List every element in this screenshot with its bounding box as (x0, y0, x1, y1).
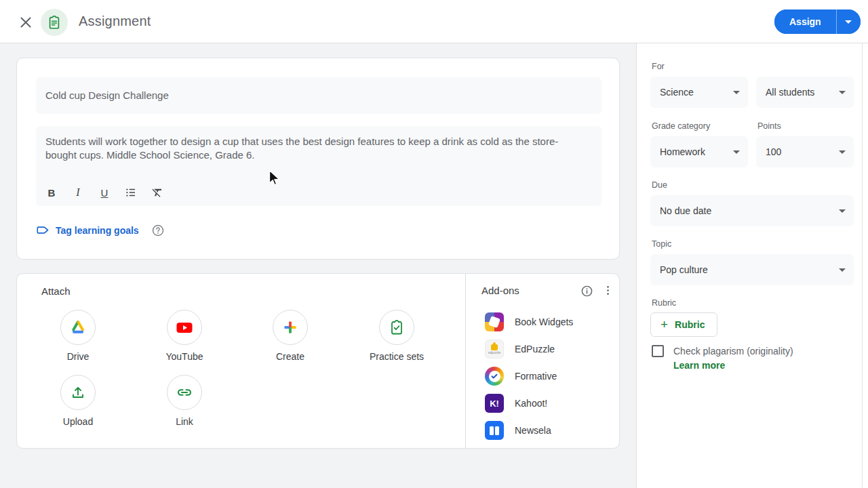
attach-heading: Attach (41, 285, 71, 297)
rubric-label: Rubric (652, 298, 676, 308)
help-icon (151, 224, 165, 237)
chevron-down-icon (733, 150, 740, 154)
grade-category-label: Grade category (652, 121, 710, 131)
sidebar-scrollbar[interactable] (862, 43, 863, 488)
assign-options-button[interactable] (836, 9, 861, 34)
due-select[interactable]: No due date (650, 195, 854, 226)
plagiarism-checkbox-label: Check plagarism (originality) (673, 346, 793, 357)
chevron-down-icon (839, 209, 846, 213)
addon-label: Kahoot! (515, 398, 547, 409)
help-button[interactable] (151, 224, 165, 237)
upload-icon (60, 375, 96, 410)
addon-label: Book Widgets (515, 317, 573, 327)
chevron-down-icon (839, 150, 846, 154)
points-label: Points (757, 121, 781, 131)
close-button[interactable] (18, 14, 34, 30)
underline-button[interactable]: U (98, 186, 111, 199)
attach-link-label: Link (144, 416, 225, 427)
attach-youtube-label: YouTube (144, 351, 225, 362)
addon-kahoot[interactable]: K! Kahoot! (485, 394, 547, 413)
topic-select[interactable]: Pop culture (650, 254, 854, 285)
attach-card: Attach Drive You (16, 273, 620, 449)
more-vert-icon (601, 284, 614, 297)
assignment-clipboard-icon (47, 15, 62, 30)
chevron-down-icon (839, 91, 846, 94)
addon-label: Newsela (515, 425, 551, 436)
assignment-type-badge (41, 9, 68, 36)
link-icon (167, 375, 202, 410)
bulleted-list-icon (125, 186, 137, 199)
grade-category-value: Homework (660, 146, 705, 157)
attach-link-button[interactable]: Link (144, 375, 225, 427)
attach-create-button[interactable]: Create (250, 310, 331, 362)
addons-more-button[interactable] (601, 284, 614, 298)
addons-info-button[interactable] (580, 285, 593, 298)
topic-label: Topic (652, 239, 671, 249)
assign-button[interactable]: Assign (774, 9, 836, 34)
plus-icon: + (660, 318, 668, 331)
edpuzzle-icon: edpuzzle (485, 340, 504, 359)
tag-learning-goals[interactable]: Tag learning goals (36, 223, 165, 237)
attach-upload-label: Upload (37, 416, 119, 427)
addon-formative[interactable]: Formative (485, 367, 557, 386)
instructions-input[interactable]: Students will work together to design a … (36, 126, 601, 206)
tag-icon (36, 223, 50, 237)
title-input[interactable]: Cold cup Design Challenge (36, 77, 601, 114)
due-label: Due (652, 180, 667, 190)
youtube-icon (167, 310, 202, 345)
points-value: 100 (766, 146, 781, 157)
addons-panel: Add-ons (465, 274, 620, 448)
tag-learning-goals-label: Tag learning goals (56, 225, 139, 236)
students-select[interactable]: All students (756, 77, 854, 108)
class-select[interactable]: Science (650, 77, 748, 108)
chevron-down-icon (839, 268, 846, 272)
book-widgets-icon (485, 312, 504, 331)
formative-icon (485, 367, 504, 386)
page-title: Assignment (79, 14, 151, 29)
plagiarism-checkbox[interactable] (652, 345, 664, 357)
instructions-text: Students will work together to design a … (45, 135, 561, 162)
addons-heading: Add-ons (481, 285, 519, 296)
attach-upload-button[interactable]: Upload (37, 375, 119, 427)
attach-drive-button[interactable]: Drive (37, 310, 119, 362)
bulleted-list-button[interactable] (125, 186, 137, 199)
clear-formatting-icon (151, 186, 163, 199)
attach-drive-label: Drive (37, 351, 119, 362)
add-rubric-button[interactable]: + Rubric (650, 312, 717, 337)
assignment-settings-sidebar: For Science All students Grade category … (636, 43, 868, 488)
kahoot-icon: K! (485, 394, 504, 413)
newsela-icon (485, 421, 504, 440)
italic-button[interactable]: I (72, 186, 84, 199)
addon-newsela[interactable]: Newsela (485, 421, 551, 440)
info-icon (580, 285, 593, 298)
main-content: Cold cup Design Challenge Students will … (0, 43, 636, 488)
assignment-editor: Assignment Assign Cold cup Design Challe… (0, 0, 868, 488)
top-bar: Assignment Assign (0, 0, 868, 43)
due-value: No due date (660, 205, 711, 216)
class-select-value: Science (660, 87, 694, 98)
learn-more-link[interactable]: Learn more (673, 360, 725, 371)
close-icon (18, 14, 34, 30)
assign-split-button: Assign (774, 9, 861, 34)
attach-youtube-button[interactable]: YouTube (144, 310, 225, 362)
topic-value: Pop culture (660, 264, 708, 275)
assignment-details-card: Cold cup Design Challenge Students will … (16, 58, 620, 260)
addon-book-widgets[interactable]: Book Widgets (485, 312, 573, 331)
grade-category-select[interactable]: Homework (650, 136, 748, 167)
for-label: For (652, 62, 665, 71)
attach-practice-sets-button[interactable]: Practice sets (356, 310, 437, 362)
addon-label: Formative (515, 371, 557, 382)
practice-sets-icon (379, 310, 414, 345)
formatting-toolbar: B I U (45, 186, 163, 199)
chevron-down-icon (733, 91, 740, 94)
points-select[interactable]: 100 (756, 136, 854, 167)
drive-icon (60, 310, 96, 345)
addon-label: EdPuzzle (515, 344, 555, 354)
attach-practice-sets-label: Practice sets (356, 351, 437, 362)
students-select-value: All students (766, 87, 814, 98)
clear-formatting-button[interactable] (151, 186, 163, 199)
bold-button[interactable]: B (45, 186, 58, 199)
chevron-down-icon (845, 20, 852, 24)
create-icon (273, 310, 308, 345)
addon-edpuzzle[interactable]: edpuzzle EdPuzzle (485, 340, 555, 359)
